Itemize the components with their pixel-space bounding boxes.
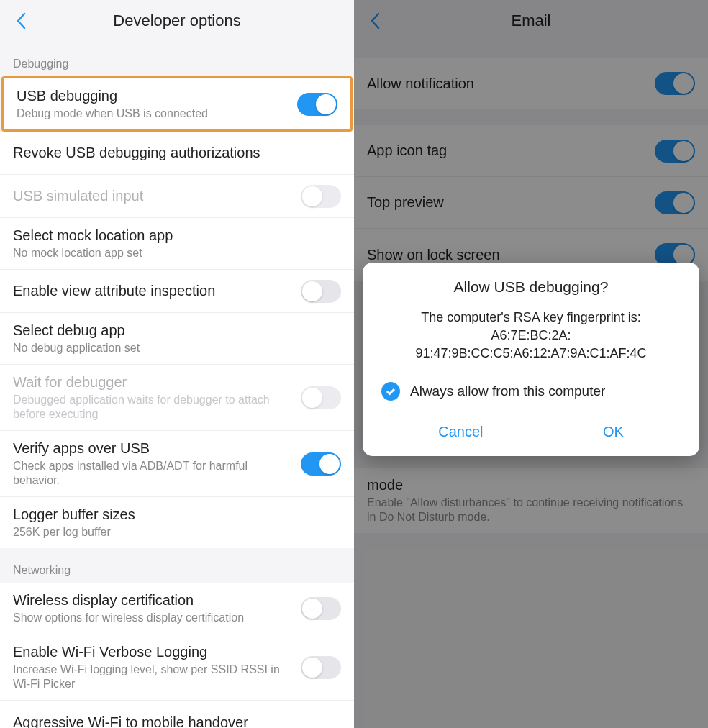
section-label-debugging: Debugging [0, 42, 354, 76]
row-subtitle: Debugged application waits for debugger … [13, 393, 292, 422]
toggle-usb-debugging[interactable] [297, 93, 337, 116]
chevron-left-icon [16, 12, 26, 29]
toggle-verify-apps[interactable] [301, 452, 341, 476]
row-subtitle: 256K per log buffer [13, 525, 332, 540]
checkbox-label: Always allow from this computer [410, 383, 605, 399]
toggle-wifi-verbose[interactable] [301, 656, 341, 679]
usb-debugging-dialog: Allow USB debugging? The computer's RSA … [363, 263, 699, 456]
row-title: Verify apps over USB [13, 440, 292, 458]
row-title: Wireless display certification [13, 591, 292, 609]
dialog-checkbox-row[interactable]: Always allow from this computer [378, 378, 684, 414]
row-subtitle: No mock location app set [13, 246, 332, 260]
row-title: Logger buffer sizes [13, 506, 332, 524]
page-title: Developer options [113, 12, 240, 30]
row-wait-debugger: Wait for debugger Debugged application w… [0, 365, 354, 431]
row-subtitle: No debug application set [13, 341, 332, 355]
dialog-body-line: 91:47:9B:CC:C5:A6:12:A7:9A:C1:AF:4C [378, 345, 684, 363]
row-wireless-cert[interactable]: Wireless display certification Show opti… [0, 583, 354, 634]
toggle-usb-simulated [301, 185, 341, 208]
always-allow-checkbox[interactable] [381, 382, 400, 401]
header: Developer options [0, 0, 354, 42]
row-title: Select debug app [13, 322, 332, 340]
ok-button[interactable]: OK [586, 418, 641, 446]
row-title: Aggressive Wi-Fi to mobile handover [13, 714, 332, 729]
row-title: Wait for debugger [13, 373, 292, 391]
row-view-attribute[interactable]: Enable view attribute inspection [0, 270, 354, 313]
dialog-actions: Cancel OK [378, 414, 684, 446]
row-subtitle: Debug mode when USB is connected [17, 106, 289, 121]
back-button[interactable] [10, 10, 32, 32]
row-debug-app[interactable]: Select debug app No debug application se… [0, 313, 354, 365]
developer-options-screen: Developer options Debugging USB debuggin… [0, 0, 354, 728]
dialog-body-line: The computer's RSA key fingerprint is: [378, 309, 684, 327]
toggle-view-attribute[interactable] [301, 280, 341, 303]
dialog-body: The computer's RSA key fingerprint is: A… [378, 309, 684, 363]
row-usb-debugging[interactable]: USB debugging Debug mode when USB is con… [4, 78, 350, 129]
email-settings-screen: Email Allow notification App icon tag To… [354, 0, 708, 728]
row-revoke-auth[interactable]: Revoke USB debugging authorizations [0, 132, 354, 175]
check-icon [385, 386, 396, 397]
toggle-wireless-cert[interactable] [301, 597, 341, 620]
row-subtitle: Increase Wi-Fi logging level, show per S… [13, 663, 292, 691]
row-logger-buffer[interactable]: Logger buffer sizes 256K per log buffer [0, 497, 354, 548]
row-aggressive-wifi[interactable]: Aggressive Wi-Fi to mobile handover [0, 701, 354, 728]
dialog-body-line: A6:7E:BC:2A: [378, 327, 684, 345]
row-subtitle: Show options for wireless display certif… [13, 611, 292, 625]
row-wifi-verbose[interactable]: Enable Wi-Fi Verbose Logging Increase Wi… [0, 634, 354, 701]
row-title: Enable view attribute inspection [13, 282, 292, 300]
row-title: Enable Wi-Fi Verbose Logging [13, 643, 292, 661]
dialog-title: Allow USB debugging? [378, 278, 684, 296]
row-title: Select mock location app [13, 227, 332, 245]
row-usb-simulated: USB simulated input [0, 175, 354, 218]
toggle-wait-debugger [301, 386, 341, 409]
row-verify-apps[interactable]: Verify apps over USB Check apps installe… [0, 431, 354, 497]
row-title: Revoke USB debugging authorizations [13, 144, 332, 162]
row-title: USB simulated input [13, 187, 292, 205]
cancel-button[interactable]: Cancel [421, 418, 500, 446]
usb-debugging-highlight: USB debugging Debug mode when USB is con… [1, 76, 353, 132]
section-label-networking: Networking [0, 548, 354, 583]
row-subtitle: Check apps installed via ADB/ADT for har… [13, 459, 292, 488]
row-mock-location[interactable]: Select mock location app No mock locatio… [0, 218, 354, 270]
row-title: USB debugging [17, 87, 289, 105]
